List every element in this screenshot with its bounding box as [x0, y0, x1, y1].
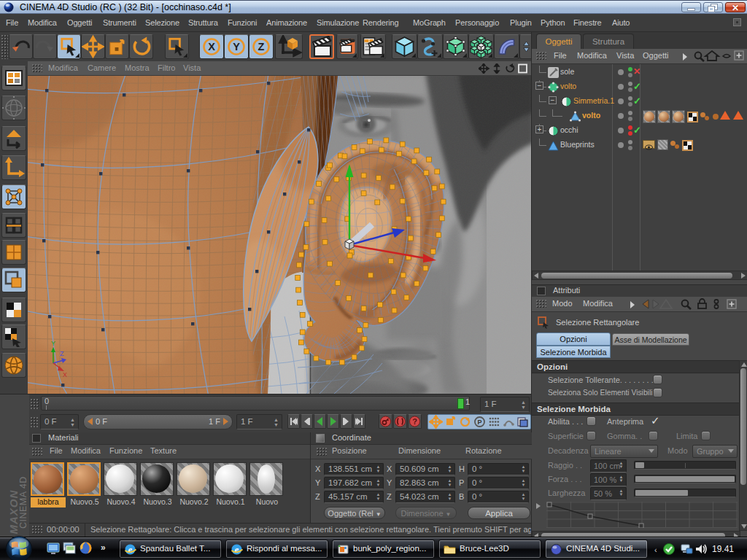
- svg-text:e: e: [128, 544, 133, 555]
- svg-text:Z: Z: [60, 350, 64, 357]
- svg-text:Y: Y: [233, 41, 240, 52]
- svg-text:e: e: [235, 544, 239, 555]
- svg-text:?: ?: [412, 417, 417, 426]
- svg-text:X: X: [208, 41, 215, 52]
- svg-text:P: P: [477, 419, 481, 426]
- svg-text:X: X: [63, 371, 67, 378]
- svg-text:Z: Z: [258, 41, 265, 52]
- svg-text:Y: Y: [51, 340, 55, 347]
